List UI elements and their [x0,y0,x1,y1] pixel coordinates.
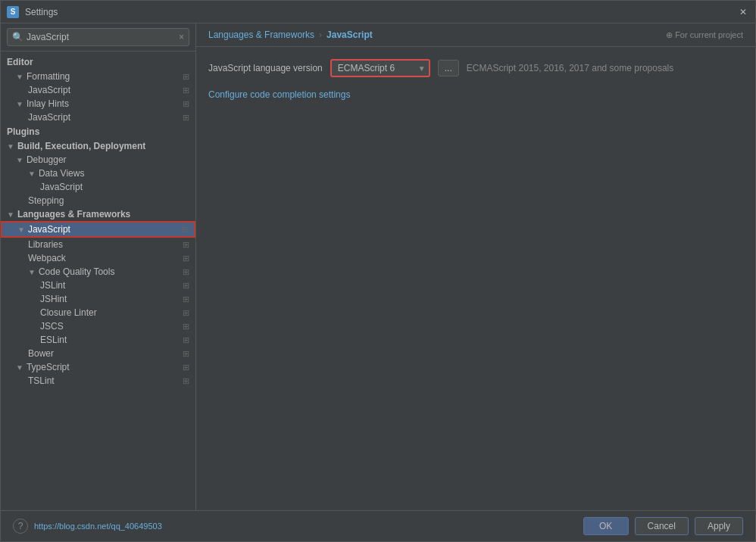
eslint-icon: ⊞ [183,335,189,345]
code-quality-group[interactable]: ▼ Code Quality Tools ⊞ [1,265,195,279]
jshint-item[interactable]: JSHint ⊞ [1,292,195,306]
search-input-wrap: 🔍 × [7,28,189,46]
closure-linter-label: Closure Linter [40,307,97,318]
breadcrumb-parent[interactable]: Languages & Frameworks [208,30,314,40]
plugins-section: Plugins [1,124,195,139]
language-version-select[interactable]: ECMAScript 5.1 ECMAScript 6 ECMAScript 2… [330,59,430,77]
window-controls: ✕ [737,6,749,18]
webpack-item[interactable]: Webpack ⊞ [1,251,195,265]
jslint-label: JSLint [40,280,65,291]
typescript-arrow: ▼ [16,363,23,372]
close-button[interactable]: ✕ [737,6,749,18]
closure-linter-icon: ⊞ [183,308,189,318]
typescript-group[interactable]: ▼ TypeScript ⊞ [1,360,195,374]
data-views-group[interactable]: ▼ Data Views [1,167,195,180]
tslint-item[interactable]: TSLint ⊞ [1,374,195,388]
libraries-label: Libraries [28,239,63,250]
clear-icon[interactable]: × [179,32,184,42]
libraries-item[interactable]: Libraries ⊞ [1,238,195,251]
libraries-icon: ⊞ [183,240,189,250]
breadcrumb: Languages & Frameworks › JavaScript ⊕ Fo… [196,23,755,47]
eslint-item[interactable]: ESLint ⊞ [1,333,195,347]
title-bar: S Settings ✕ [1,1,755,23]
jshint-icon: ⊞ [183,294,189,304]
language-version-row: JavaScript language version ECMAScript 5… [208,59,743,77]
content-area: 🔍 × Editor ▼ Formatting ⊞ JavaScript ⊞ [1,23,755,510]
footer-left: ? https://blog.csdn.net/qq_40649503 [13,519,162,534]
bower-item[interactable]: Bower ⊞ [1,347,195,360]
debugger-arrow: ▼ [16,156,23,164]
app-icon: S [7,6,19,18]
stepping-label: Stepping [28,195,64,206]
jslint-icon: ⊞ [183,281,189,291]
search-input[interactable] [27,32,179,42]
data-views-arrow: ▼ [28,170,36,178]
help-button[interactable]: ? [13,519,28,534]
code-quality-label: Code Quality Tools [39,266,115,277]
ecma-hint: ECMAScript 2015, 2016, 2017 and some pro… [467,63,674,73]
formatting-js-item[interactable]: JavaScript ⊞ [1,83,195,97]
tslint-label: TSLint [28,375,55,386]
ok-button[interactable]: OK [583,517,629,535]
footer-right: OK Cancel Apply [583,517,743,535]
project-tag: ⊕ For current project [666,30,743,40]
javascript-label: JavaScript [28,224,70,235]
settings-window: S Settings ✕ 🔍 × Editor ▼ Formatting [0,0,756,542]
build-group[interactable]: ▼ Build, Execution, Deployment [1,139,195,153]
javascript-arrow: ▼ [17,226,25,234]
breadcrumb-arrow: › [319,30,322,40]
apply-button[interactable]: Apply [695,517,743,535]
formatting-js-label: JavaScript [28,85,70,95]
formatting-label: Formatting [27,71,70,82]
main-content: JavaScript language version ECMAScript 5… [196,47,755,510]
build-label: Build, Execution, Deployment [17,141,145,151]
jshint-label: JSHint [40,294,67,304]
lang-frameworks-group[interactable]: ▼ Languages & Frameworks [1,207,195,221]
language-version-dropdown-wrap: ECMAScript 5.1 ECMAScript 6 ECMAScript 2… [330,59,430,77]
bower-icon: ⊞ [183,349,189,359]
configure-completion-link[interactable]: Configure code completion settings [208,89,350,100]
debugger-group[interactable]: ▼ Debugger [1,153,195,167]
inlay-hints-icon: ⊞ [183,99,189,109]
data-views-js-item[interactable]: JavaScript [1,180,195,194]
typescript-icon: ⊞ [183,363,189,372]
window-title: Settings [25,7,737,17]
stepping-item[interactable]: Stepping [1,194,195,207]
webpack-icon: ⊞ [183,254,189,263]
footer: ? https://blog.csdn.net/qq_40649503 OK C… [1,510,755,541]
typescript-label: TypeScript [27,362,70,372]
javascript-icon: ⊞ [181,225,188,235]
settings-tree: Editor ▼ Formatting ⊞ JavaScript ⊞ ▼ Inl… [1,51,195,510]
formatting-js-icon: ⊞ [183,86,189,95]
cancel-button[interactable]: Cancel [635,517,689,535]
formatting-group[interactable]: ▼ Formatting ⊞ [1,70,195,83]
main-panel: Languages & Frameworks › JavaScript ⊕ Fo… [196,23,755,510]
settings-label: JavaScript language version [208,63,323,73]
data-views-label: Data Views [39,168,84,179]
inlay-hints-js-item[interactable]: JavaScript ⊞ [1,111,195,124]
inlay-hints-js-icon: ⊞ [183,113,189,123]
javascript-item[interactable]: ▼ JavaScript ⊞ [1,221,195,238]
jscs-item[interactable]: JSCS ⊞ [1,319,195,333]
inlay-hints-label: Inlay Hints [27,98,69,109]
ellipsis-button[interactable]: ... [438,60,459,76]
search-bar: 🔍 × [1,23,195,51]
closure-linter-item[interactable]: Closure Linter ⊞ [1,306,195,319]
tslint-icon: ⊞ [183,376,189,386]
code-quality-arrow: ▼ [28,268,36,276]
editor-section: Editor [1,55,195,70]
jscs-icon: ⊞ [183,322,189,332]
inlay-hints-js-label: JavaScript [28,112,70,123]
jslint-item[interactable]: JSLint ⊞ [1,279,195,292]
formatting-arrow: ▼ [16,73,23,81]
build-arrow: ▼ [7,142,14,151]
jscs-label: JSCS [40,321,64,332]
inlay-hints-arrow: ▼ [16,100,23,108]
formatting-icon: ⊞ [183,72,189,82]
inlay-hints-group[interactable]: ▼ Inlay Hints ⊞ [1,97,195,111]
lang-arrow: ▼ [7,210,14,219]
footer-url[interactable]: https://blog.csdn.net/qq_40649503 [34,522,162,531]
lang-label: Languages & Frameworks [17,209,130,220]
breadcrumb-current: JavaScript [326,30,373,40]
eslint-label: ESLint [40,335,67,345]
